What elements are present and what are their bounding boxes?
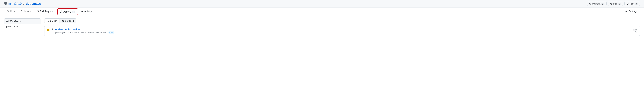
repo-separator: / — [23, 2, 24, 6]
actions-badge: 1 — [72, 10, 75, 13]
workflow-meta: publish.yaml #4: Commit eb6f4efa7c Pushe… — [55, 31, 114, 34]
nav-item-pull-requests[interactable]: Pull Requests — [34, 8, 57, 15]
code-icon — [7, 10, 9, 12]
unwatch-label: Unwatch — [592, 2, 601, 5]
nav-pr-label: Pull Requests — [40, 10, 54, 12]
nav-issues-label: Issues — [24, 10, 31, 12]
pr-icon — [36, 10, 39, 12]
star-icon — [610, 3, 612, 5]
workflow-time: now — [634, 29, 637, 31]
filter-open-button[interactable]: 1 Open — [44, 18, 60, 23]
filter-closed-label: 3 Closed — [65, 20, 74, 22]
star-button[interactable]: Star 0 — [608, 2, 623, 6]
branch-badge: main — [108, 32, 114, 34]
closed-circle-icon — [62, 20, 64, 22]
settings-icon — [626, 10, 628, 12]
nav-code-label: Code — [10, 10, 16, 12]
unwatch-button[interactable]: Unwatch 1 — [587, 2, 606, 6]
fork-count: 0 — [634, 3, 638, 5]
owner-link[interactable]: mmk2410 — [8, 2, 22, 6]
issues-icon — [21, 10, 23, 12]
nav-bar: Code Issues Pull Requests Actions 1 Acti… — [0, 8, 644, 15]
fork-label: Fork — [630, 2, 634, 5]
filter-bar: 1 Open 3 Closed — [44, 18, 640, 23]
workflow-info: Update publish action publish.yaml #4: C… — [55, 28, 114, 34]
nav-activity-label: Activity — [84, 10, 92, 12]
main-content: All Workflows publish.yaml 1 Open 3 Clos… — [0, 15, 644, 39]
nav-item-activity[interactable]: Activity — [78, 8, 94, 15]
repo-link[interactable]: dot-emacs — [26, 2, 41, 6]
nav-item-code[interactable]: Code — [4, 8, 18, 15]
repo-icon — [4, 2, 7, 6]
fork-button[interactable]: Fork 0 — [624, 2, 640, 6]
fork-icon — [626, 3, 629, 5]
nav-actions-label: Actions — [64, 10, 71, 13]
filter-open-label: 1 Open — [50, 20, 57, 22]
person-icon — [51, 28, 54, 31]
workflow-left: Update publish action publish.yaml #4: C… — [47, 28, 114, 34]
workflow-list: Update publish action publish.yaml #4: C… — [44, 26, 640, 36]
repo-actions: Unwatch 1 Star 0 Fork 0 — [587, 2, 640, 6]
workflow-meta-text: publish.yaml #4: Commit eb6f4efa7c Pushe… — [55, 31, 107, 34]
nav-item-settings[interactable]: Settings — [623, 8, 640, 15]
top-bar: mmk2410 / dot-emacs Unwatch 1 Star 0 For… — [0, 0, 644, 8]
actions-icon — [60, 10, 62, 13]
workflow-right: now 0s — [634, 29, 637, 33]
eye-icon — [589, 3, 592, 5]
status-indicator — [47, 29, 50, 31]
nav-item-actions[interactable]: Actions 1 — [57, 8, 78, 15]
sidebar-title: All Workflows — [4, 18, 41, 24]
filter-closed-button[interactable]: 3 Closed — [60, 18, 76, 23]
workflow-duration: 0s — [634, 31, 637, 33]
unwatch-count: 1 — [601, 3, 604, 5]
content-area: 1 Open 3 Closed — [44, 18, 640, 36]
open-circle-icon — [47, 20, 49, 22]
sidebar-item-publish[interactable]: publish.yaml — [4, 24, 41, 29]
sidebar: All Workflows publish.yaml — [4, 18, 41, 36]
repo-title: mmk2410 / dot-emacs — [4, 2, 41, 6]
star-count: 0 — [618, 3, 621, 5]
nav-item-issues[interactable]: Issues — [18, 8, 34, 15]
workflow-title-link[interactable]: Update publish action — [55, 28, 80, 31]
star-label: Star — [613, 2, 617, 5]
nav-settings-label: Settings — [629, 10, 637, 12]
table-row: Update publish action publish.yaml #4: C… — [44, 26, 640, 36]
activity-icon — [81, 10, 83, 12]
